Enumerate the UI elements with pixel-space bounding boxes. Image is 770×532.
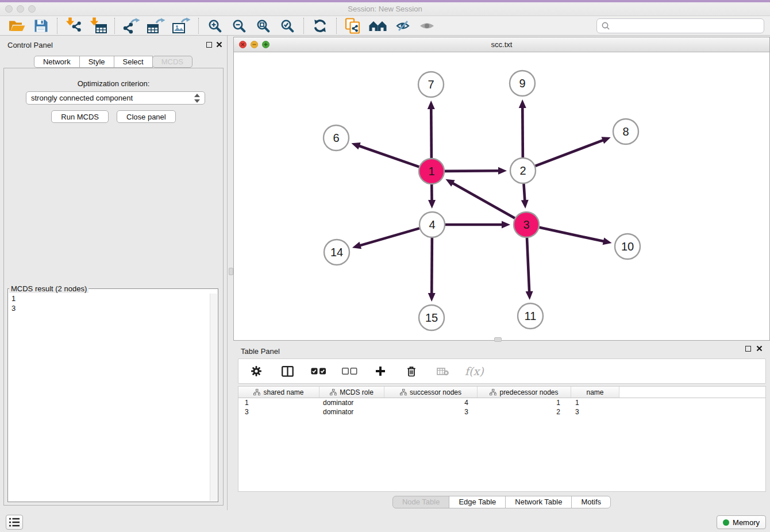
zoom-in-button[interactable] (206, 17, 224, 35)
export-table-button[interactable] (147, 17, 165, 35)
graph-node[interactable]: 3 (514, 212, 539, 237)
first-neighbors-button[interactable] (368, 17, 387, 35)
graph-node[interactable]: 1 (419, 159, 444, 184)
graph-edge[interactable] (445, 179, 515, 218)
graph-node[interactable]: 8 (613, 119, 638, 144)
graph-edge[interactable] (445, 167, 507, 175)
export-network-button[interactable] (122, 17, 140, 35)
table-cell[interactable]: 3 (384, 408, 478, 416)
delete-table-button[interactable] (434, 362, 451, 380)
export-image-button[interactable] (172, 17, 191, 35)
network-graph[interactable]: 7968124314101511 (234, 52, 769, 340)
table-cell[interactable]: 1 (571, 399, 619, 407)
select-all-columns-button[interactable] (310, 362, 327, 380)
tree-icon (253, 389, 260, 395)
table-cell[interactable]: dominator (319, 399, 384, 407)
control-panel-close-button[interactable] (215, 41, 223, 49)
table-cell[interactable]: 3 (571, 408, 619, 416)
table-cell[interactable]: 1 (238, 399, 319, 407)
create-column-button[interactable] (372, 362, 389, 380)
tab-style[interactable]: Style (79, 56, 114, 68)
network-view-window: scc.txt 7968124314101511 (233, 37, 770, 341)
deselect-all-columns-button[interactable] (341, 362, 358, 380)
panel-splitter-handle[interactable] (229, 268, 233, 275)
column-header[interactable]: MCDS role (319, 387, 384, 398)
mcds-result-text[interactable]: 1 3 (9, 293, 209, 500)
tab-edge-table[interactable]: Edge Table (449, 496, 506, 508)
task-history-button[interactable] (6, 515, 23, 530)
table-row[interactable]: 1dominator411 (238, 398, 765, 407)
table-panel-float-button[interactable] (745, 346, 751, 352)
network-canvas[interactable]: 7968124314101511 (234, 52, 769, 340)
function-builder-button[interactable]: f(x) (465, 362, 484, 380)
panel-splitter-handle[interactable] (494, 337, 502, 342)
table-panel-tabs: Node Table Edge Table Network Table Moti… (233, 496, 770, 508)
table-cell[interactable]: 2 (478, 408, 571, 416)
svg-text:8: 8 (622, 125, 629, 138)
graph-edge[interactable] (536, 137, 611, 166)
zoom-selected-button[interactable] (279, 17, 296, 35)
graph-node[interactable]: 15 (419, 305, 444, 330)
table-row[interactable]: 3dominator323 (238, 407, 765, 417)
show-eye-icon (419, 21, 434, 30)
show-columns-button[interactable] (279, 362, 296, 380)
status-bar: Memory (0, 510, 770, 532)
hide-selected-button[interactable] (394, 17, 411, 35)
column-header[interactable]: shared name (238, 387, 319, 398)
column-header[interactable]: predecessor nodes (478, 387, 571, 398)
table-cell[interactable]: 1 (478, 399, 571, 407)
tab-motifs[interactable]: Motifs (571, 496, 611, 508)
graph-edge[interactable] (445, 221, 510, 229)
control-panel-float-button[interactable] (206, 42, 212, 48)
graph-node[interactable]: 6 (324, 125, 349, 151)
graph-node[interactable]: 7 (418, 72, 444, 97)
tab-mcds[interactable]: MCDS (152, 56, 192, 68)
table-toolbar: f(x) (238, 358, 766, 384)
graph-edge[interactable] (521, 184, 529, 209)
zoom-fit-button[interactable] (255, 17, 272, 35)
network-window-titlebar[interactable]: scc.txt (234, 37, 769, 52)
houses-icon (368, 20, 387, 32)
table-cell[interactable]: 4 (384, 399, 478, 407)
table-cell[interactable]: dominator (319, 408, 384, 416)
zoom-out-button[interactable] (230, 17, 248, 35)
list-icon (9, 517, 20, 527)
table-cell[interactable]: 3 (238, 408, 319, 416)
mcds-result-scrollbar[interactable] (210, 294, 217, 501)
run-mcds-button[interactable]: Run MCDS (51, 110, 109, 123)
tab-node-table[interactable]: Node Table (392, 496, 450, 508)
graph-node[interactable]: 2 (510, 158, 536, 183)
tab-select[interactable]: Select (114, 56, 153, 68)
save-session-button[interactable] (32, 17, 49, 35)
graph-node[interactable]: 9 (510, 71, 535, 96)
graph-node[interactable]: 4 (419, 212, 445, 237)
search-input[interactable] (613, 22, 759, 30)
graph-edge[interactable] (519, 99, 526, 157)
graph-edge[interactable] (428, 101, 435, 158)
graph-node[interactable]: 14 (324, 240, 349, 265)
graph-edge[interactable] (428, 184, 436, 209)
graph-node[interactable]: 11 (518, 303, 543, 329)
import-table-button[interactable] (89, 17, 107, 35)
column-header[interactable]: successor nodes (384, 387, 478, 398)
table-panel-close-button[interactable] (755, 345, 763, 353)
import-network-button[interactable] (65, 17, 82, 35)
memory-button[interactable]: Memory (717, 515, 766, 529)
show-all-button[interactable] (418, 17, 436, 35)
tab-network[interactable]: Network (34, 56, 80, 68)
graph-edge[interactable] (526, 238, 533, 300)
graph-edge[interactable] (351, 142, 419, 167)
tab-network-table[interactable]: Network Table (505, 496, 572, 508)
delete-column-button[interactable] (403, 362, 420, 380)
close-panel-button[interactable]: Close panel (117, 110, 176, 123)
graph-node[interactable]: 10 (615, 234, 640, 259)
refresh-layout-button[interactable] (311, 17, 329, 35)
open-session-button[interactable] (8, 17, 25, 35)
table-settings-button[interactable] (248, 362, 265, 380)
graph-edge[interactable] (539, 228, 611, 245)
graph-edge[interactable] (352, 228, 419, 249)
clone-network-button[interactable] (344, 17, 361, 35)
graph-edge[interactable] (428, 238, 436, 302)
optimization-select[interactable]: strongly connected component (26, 91, 205, 105)
column-header[interactable]: name (571, 387, 619, 398)
